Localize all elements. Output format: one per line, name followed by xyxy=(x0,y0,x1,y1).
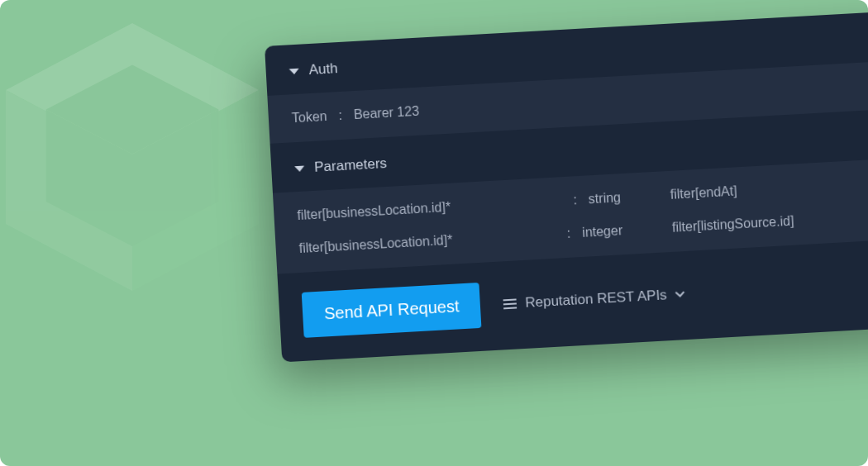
parameter-type: integer xyxy=(582,223,623,240)
parameter-name: filter[endAt] xyxy=(670,173,868,202)
menu-icon xyxy=(503,297,517,310)
auth-token-separator: : xyxy=(338,108,342,123)
stage: Auth Token : Bearer 123 Parameters filte… xyxy=(0,0,868,466)
parameter-type: string xyxy=(588,190,621,207)
parameter-separator: : xyxy=(566,226,570,241)
svg-rect-7 xyxy=(503,302,517,305)
parameter-row: filter[businessLocation.id]* : integer xyxy=(298,223,622,256)
parameter-name: filter[businessLocation.id]* xyxy=(298,227,556,256)
api-selector-label: Reputation REST APIs xyxy=(525,287,668,311)
api-explorer-panel: Auth Token : Bearer 123 Parameters filte… xyxy=(265,5,868,363)
chevron-down-icon xyxy=(675,291,684,298)
parameters-section-title: Parameters xyxy=(314,155,388,176)
parameter-name: filter[listingSource.id] xyxy=(672,206,868,235)
auth-token-label: Token xyxy=(291,109,327,126)
parameter-row: filter[businessLocation.id]* : string xyxy=(297,190,621,223)
api-selector[interactable]: Reputation REST APIs xyxy=(503,286,685,312)
auth-token-value: Bearer 123 xyxy=(353,104,419,122)
parameter-name: filter[businessLocation.id]* xyxy=(297,193,562,223)
cube-decoration xyxy=(0,8,281,306)
parameter-row: filter[endAt] : string xyxy=(670,169,868,202)
svg-rect-8 xyxy=(504,307,517,309)
send-api-request-button[interactable]: Send API Request xyxy=(302,283,482,338)
caret-down-icon xyxy=(289,68,299,74)
parameter-separator: : xyxy=(573,193,577,207)
svg-rect-6 xyxy=(503,298,517,301)
caret-down-icon xyxy=(294,165,304,172)
parameter-row: filter[listingSource.id] : integer xyxy=(672,202,868,235)
auth-section-title: Auth xyxy=(308,60,338,78)
